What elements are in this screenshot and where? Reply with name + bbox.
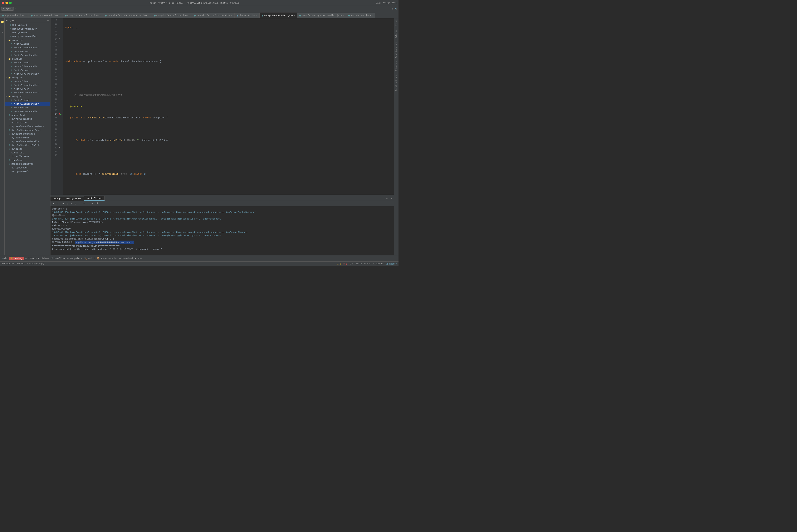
tree-item-bytebufferallocatedirect[interactable]: C ByteBufferAllocateDirect [5,125,50,128]
tab-close-icon[interactable]: × [189,15,190,17]
tree-item-bytebufferput[interactable]: C ByteBufferPut [5,136,50,140]
tab-example7-nettyclient[interactable]: example7/NettyClient.java × [152,13,192,18]
terminal-btn[interactable]: ⊞ Terminal [119,257,133,260]
tab-close-icon[interactable]: × [294,15,295,17]
tree-item-example6-nettyclienthandler[interactable]: C NettyClientHandler [5,83,50,87]
tree-item-leakdemo[interactable]: C LeakDemo [5,158,50,162]
tab-close-icon[interactable]: × [256,15,257,17]
tree-item-nettyclient-1[interactable]: C NettyClient [5,23,50,27]
debug-settings-icon[interactable]: ⚙ [384,196,389,201]
tab-nettyserver[interactable]: NettyServer.java × [346,13,375,18]
tab-close-icon[interactable]: × [148,15,149,17]
tab-close-icon[interactable]: × [59,15,60,17]
debug-pause-icon[interactable]: ⏸ [56,202,60,205]
database-btn[interactable]: Database [395,60,397,72]
tree-item-example7[interactable]: ▾ 📁 example7 [5,95,50,98]
tree-item-bufferslice[interactable]: C BufferSlice [5,121,50,125]
tree-item-example6-nettyclient[interactable]: C NettyClient [5,80,50,83]
branch-indicator[interactable]: ⎇ master [385,263,397,265]
tree-item-nettybytebuf2[interactable]: C NettyByteBuf2 [5,170,50,173]
tree-item-example6-nettyserverhandler[interactable]: C NettyServerHandler [5,91,50,95]
tree-item-bytelock[interactable]: C ByteLock [5,147,50,151]
tab-nettyclient-debug[interactable]: NettyClient [84,196,105,201]
debug-stepover-icon[interactable]: ↷ [70,202,73,205]
tree-item-example5-nettyclienthandler[interactable]: C NettyClientHandler [5,64,50,69]
tab-close-icon[interactable]: × [231,15,232,17]
tree-item-bytebuffercompact[interactable]: C ByteBufferCompact [5,132,50,136]
tab-example6-nettyserverhandler[interactable]: example6/NettyServerHandler.java × [103,13,152,18]
notifications-btn[interactable]: Notifications [395,74,397,92]
tab-channelactive[interactable]: channelActive × [234,13,260,18]
tab-close-icon[interactable]: × [343,15,344,17]
maven-panel-btn[interactable]: Maven [395,19,397,27]
debug-runtocursor-icon[interactable]: → [83,202,86,205]
code-editor[interactable]: import ...; public class NettyClientHand… [63,18,394,195]
minimize-button[interactable] [5,2,8,4]
debug-stepout-icon[interactable]: ↑ [78,202,81,205]
tree-item-nettyserver-1[interactable]: C NettyServer [5,31,50,35]
tree-item-intbuffertest[interactable]: C IntBufferTest [5,155,50,158]
todo-btn[interactable]: ☑ TODO [25,257,34,260]
tree-item-guesstest[interactable]: C GuessTest [5,151,50,155]
tree-item-example5-nettyserverhandler[interactable]: C NettyServerHandler [5,72,50,76]
close-button[interactable] [2,2,4,4]
debug-stepinto-icon[interactable]: ↓ [74,202,77,205]
debug-watch-icon[interactable]: 👁 [95,202,99,205]
profiler-btn[interactable]: ⏱ Profiler [51,257,65,260]
tree-item-example5-nettyserver[interactable]: C NettyServer [5,69,50,72]
tab-close-icon[interactable]: × [372,15,373,17]
tree-item-example4-nettyserver[interactable]: C NettyServer [5,50,50,53]
project-icon[interactable]: 📁 [0,20,4,23]
netty-client-label[interactable]: NettyClient [383,2,397,4]
tab-example6-nettyclient[interactable]: example6/NettyClient.java × [63,13,103,18]
tree-item-example4-nettyserverhandler[interactable]: C NettyServerHandler [5,53,50,57]
tab-nettyserver[interactable]: NettyServer [64,196,84,201]
debug-layout-icon[interactable]: ⊞ [389,196,394,201]
tree-item-bytebufferchannelread[interactable]: C ByteBufferChannelRead [5,128,50,132]
tree-item-bufferduplicate[interactable]: C BufferDuplicate [5,117,50,121]
debug-tab-btn[interactable]: 🐛 Debug [9,256,24,260]
tree-item-example7-nettyclienthandler[interactable]: C NettyClientHandler [5,102,50,106]
tree-item-nettyclienthandler-1[interactable]: C NettyClientHandler [5,27,50,31]
mybaits-panel-btn[interactable]: MyBatis [395,29,397,39]
endpoints-btn[interactable]: ⊕ Endpoints [67,257,82,260]
tree-item-mappedpagebuffer[interactable]: C MappedPageBuffer [5,162,50,166]
sidebar-settings-icon[interactable]: ⚙ [47,19,49,22]
tree-item-nettybytebuf[interactable]: C NettyByteBuf [5,166,50,170]
tab-abstractbytebuf[interactable]: AbstractByteBuf.java × [29,13,62,18]
tree-item-bytebufferreaderfile[interactable]: C ByteBufferReaderFile [5,140,50,144]
build-btn[interactable]: 🔨 Build [84,257,95,260]
tree-item-example4-nettyclienthandler[interactable]: C NettyClientHandler [5,46,50,50]
settings-icon[interactable]: ⚙ [392,8,394,10]
rest-services-btn[interactable]: Rest Services [395,41,397,59]
tree-item-nettyserverhandler-1[interactable]: C NettyServerHandler [5,35,50,38]
project-dropdown[interactable]: Project [1,7,14,11]
structure-icon[interactable]: ≡ [1,25,3,28]
tab-example7-nettyclienthandler[interactable]: example7/NettyClientHandler × [192,13,234,18]
tree-item-example6-nettyserver[interactable]: C NettyServer [5,87,50,91]
tab-close-icon[interactable]: × [25,15,26,17]
debug-resume-icon[interactable]: ▶ [52,202,55,205]
debug-stop-icon[interactable]: ■ [62,202,65,205]
tab-close-icon[interactable]: × [99,15,100,17]
tree-item-example5-nettyclient[interactable]: C NettyClient [5,61,50,64]
dependencies-btn[interactable]: 📦 Dependencies [97,257,118,260]
editor-scroll[interactable]: 9 10 11 12 13 14 15 16 17 18 19 20 21 22… [51,18,394,195]
tree-item-example5[interactable]: ▾ 📁 example5 [5,57,50,61]
debug-evaluate-icon[interactable]: ≡ [91,202,94,205]
tree-item-bytebufferwritetofile[interactable]: C ByteBufferWriteToFile [5,144,50,147]
gutter-34-breakpoint[interactable]: ● ▶ [59,112,63,116]
tree-item-example4[interactable]: ▾ 📁 example4 [5,38,50,42]
tree-item-example4-nettyclient[interactable]: C NettyClient [5,42,50,46]
search-icon[interactable]: 🔍 [395,8,397,10]
tab-pagedecoder[interactable]: pageDecoder.java × [0,13,29,18]
tree-item-example7-nettyserver[interactable]: C NettyServer [5,106,50,110]
tree-item-example7-nettyserverhandler[interactable]: C NettyServerHandler [5,110,50,113]
tab-example7-nettyserverhandler[interactable]: example7/NettyServerHandler.java × [297,13,346,18]
problems-btn[interactable]: ⚠ Problems [35,257,49,260]
tab-nettyclienthandler[interactable]: NettyClientHandler.java × [260,13,297,18]
run-btn[interactable]: ▶ Run [135,257,141,260]
tree-item-example6[interactable]: ▾ 📁 example6 [5,76,50,80]
tree-item-accepttest[interactable]: C AcceptTest [5,113,50,117]
maximize-button[interactable] [9,2,12,4]
